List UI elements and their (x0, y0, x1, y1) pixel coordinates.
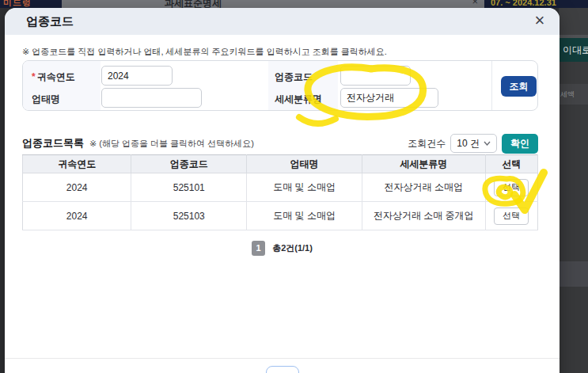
chevron-down-icon (484, 141, 491, 146)
cell-code: 525103 (131, 202, 247, 230)
select-row-button[interactable]: 선택 (494, 207, 529, 225)
confirm-button[interactable]: 확인 (502, 134, 538, 154)
business-code-modal: 업종코드 × ※ 업종코드를 직접 입력하거나 업태, 세세분류의 주요키워드를… (5, 8, 560, 373)
col-header-code: 업종코드 (131, 155, 247, 173)
sub-category-input[interactable] (340, 88, 438, 108)
close-icon[interactable]: × (529, 9, 550, 32)
underlying-dialog-titlebar: 과세표준명세 × (62, 0, 484, 8)
result-count-select[interactable]: 10 건 (450, 134, 497, 153)
year-input[interactable] (101, 66, 173, 86)
table-header-row: 귀속연도 업종코드 업태명 세세분류명 선택 (23, 155, 538, 173)
page-number-button[interactable]: 1 (252, 241, 265, 256)
modal-title: 업종코드 (26, 14, 74, 29)
cell-business-type: 도매 및 소매업 (247, 173, 362, 202)
field-label-sub-category: 세세분류명 (275, 93, 322, 106)
field-label-year: *귀속연도 (32, 70, 75, 84)
side-band (559, 62, 588, 84)
table-row[interactable]: 2024 525103 도매 및 소매업 전자상거래 소매 중개업 선택 (23, 202, 538, 230)
underlying-dialog-title: 과세표준명세 (165, 0, 222, 8)
background-top-strip: 미드렁 과세표준명세 × 07. ~ 2024.12.31 (0, 0, 588, 8)
col-header-sub-category: 세세분류명 (362, 155, 485, 173)
modal-header: 업종코드 × (5, 8, 560, 35)
tax-period-date-range: 07. ~ 2024.12.31 (491, 0, 556, 7)
field-label-business-type: 업태명 (32, 93, 60, 106)
cell-sub-category: 전자상거래 소매업 (362, 173, 485, 202)
background-tab-label: 미드렁 (3, 0, 32, 8)
cell-code: 525101 (131, 173, 247, 202)
background-side-panel: 이대로 세액 (559, 8, 588, 373)
col-header-select: 선택 (485, 155, 537, 173)
side-band-tax-label: 세액 (559, 84, 588, 105)
cell-business-type: 도매 및 소매업 (247, 202, 362, 230)
instruction-text: ※ 업종코드를 직접 입력하거나 업태, 세세분류의 주요키워드를 입력하시고 … (22, 46, 387, 58)
field-label-code: 업종코드 (275, 70, 313, 84)
list-section-note: ※ (해당 업종을 더블 클릭하여 선택하세요) (89, 138, 254, 150)
result-count-label: 조회건수 (408, 137, 446, 150)
side-band (559, 261, 588, 287)
side-band-teal: 이대로 (559, 38, 588, 62)
side-band (559, 8, 588, 35)
col-header-business-type: 업태명 (247, 155, 362, 173)
business-type-input[interactable] (101, 88, 202, 108)
table-row[interactable]: 2024 525101 도매 및 소매업 전자상거래 소매업 선택 (23, 173, 538, 202)
cell-year: 2024 (23, 173, 131, 202)
footer-close-button-partial[interactable] (266, 366, 299, 373)
pagination-summary: 총2건(1/1) (272, 242, 313, 254)
list-section-title: 업종코드목록 (22, 136, 84, 150)
pagination: 1 총2건(1/1) (5, 241, 560, 256)
form-divider (491, 61, 492, 110)
col-header-year: 귀속연도 (23, 155, 131, 173)
required-marker: * (32, 71, 36, 82)
business-code-table: 귀속연도 업종코드 업태명 세세분류명 선택 2024 525101 도매 및 … (22, 154, 538, 230)
footer-divider (5, 358, 560, 359)
underlying-close-icon[interactable]: × (472, 0, 478, 7)
search-button[interactable]: 조회 (501, 76, 537, 97)
result-count-value: 10 건 (457, 137, 480, 150)
side-band (559, 105, 588, 261)
cell-sub-category: 전자상거래 소매 중개업 (362, 202, 485, 230)
search-form: *귀속연도 업종코드 업태명 세세분류명 조회 (22, 60, 538, 111)
side-band (559, 287, 588, 373)
cell-year: 2024 (23, 202, 131, 230)
screen: 미드렁 과세표준명세 × 07. ~ 2024.12.31 이대로 세액 업종코… (0, 0, 588, 373)
select-row-button[interactable]: 선택 (494, 179, 529, 196)
business-code-input[interactable] (340, 66, 411, 86)
